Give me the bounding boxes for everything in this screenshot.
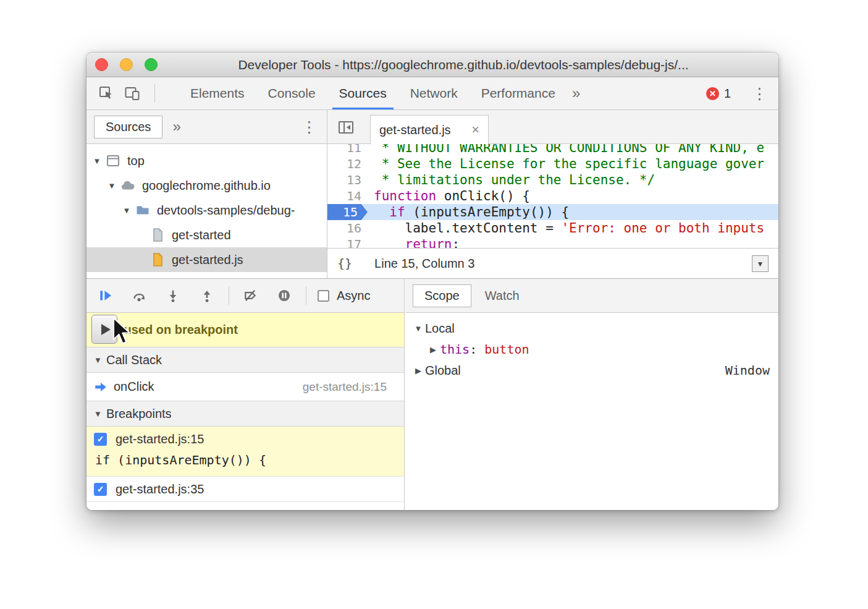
- breakpoint-location: get-started.js:35: [116, 482, 204, 496]
- async-checkbox[interactable]: [318, 290, 329, 302]
- triangle-down-icon[interactable]: ▼: [94, 356, 106, 365]
- step-over-icon[interactable]: [127, 283, 151, 308]
- panel-tabs: Elements Console Sources Network Perform…: [179, 77, 585, 109]
- tab-navigator-sources[interactable]: Sources: [94, 116, 162, 138]
- property-name: this: [440, 342, 470, 357]
- tree-item-label: googlechrome.github.io: [142, 179, 271, 193]
- deactivate-breakpoints-icon[interactable]: [238, 283, 263, 308]
- debugger-pane: Async Paused on breakpoint ▼ Call Stack …: [86, 279, 405, 510]
- tree-item-file-selected[interactable]: get-started.js: [86, 247, 327, 272]
- step-out-icon[interactable]: [195, 283, 219, 308]
- editor-statusbar: {} Line 15, Column 3 ▼: [327, 248, 778, 278]
- line-number[interactable]: 12: [327, 156, 361, 171]
- scope-property-this[interactable]: ▶ this: button: [405, 339, 778, 360]
- navigator-menu-icon[interactable]: ⋮: [299, 118, 319, 136]
- line-number[interactable]: 17: [327, 237, 361, 248]
- hide-navigator-icon[interactable]: [336, 117, 356, 137]
- device-toolbar-icon[interactable]: [121, 82, 143, 104]
- property-value: button: [484, 342, 529, 357]
- editor-tabbar: get-started.js ×: [327, 110, 778, 144]
- tab-sources[interactable]: Sources: [327, 77, 398, 109]
- cloud-icon: [119, 179, 137, 192]
- breakpoint-entry[interactable]: ✓ get-started.js:15 if (inputsAreEmpty()…: [86, 427, 404, 477]
- navigator-more-tabs-icon[interactable]: »: [167, 118, 185, 135]
- cursor-position: Line 15, Column 3: [374, 257, 474, 271]
- tab-console[interactable]: Console: [256, 77, 327, 109]
- triangle-down-icon[interactable]: ▼: [411, 324, 425, 333]
- triangle-right-icon[interactable]: ▶: [426, 345, 440, 354]
- tree-item-label: top: [127, 154, 145, 168]
- editor-tab-get-started-js[interactable]: get-started.js ×: [370, 115, 489, 144]
- navigator-pane: Sources » ⋮ ▼ top ▼ googlechrome.github.…: [86, 110, 327, 278]
- zoom-window-button[interactable]: [145, 58, 158, 71]
- close-icon[interactable]: ×: [471, 122, 479, 138]
- code-line: 11 * WITHOUT WARRANTIES OR CONDITIONS OF…: [327, 144, 778, 156]
- folder-icon: [133, 204, 152, 216]
- line-number[interactable]: 14: [327, 189, 361, 203]
- call-stack-header[interactable]: ▼ Call Stack: [86, 347, 404, 373]
- tree-item-label: get-started: [172, 228, 231, 242]
- execution-line: 15 if (inputsAreEmpty()) {: [327, 204, 778, 220]
- pretty-print-icon[interactable]: {}: [337, 256, 352, 271]
- tree-item-top[interactable]: ▼ top: [86, 148, 327, 173]
- file-icon: [148, 228, 167, 242]
- breakpoint-flag[interactable]: 15: [327, 204, 368, 220]
- tree-item-label: devtools-samples/debug-: [157, 203, 295, 218]
- scope-section-label: Global: [425, 364, 461, 378]
- tab-elements[interactable]: Elements: [179, 77, 256, 109]
- call-stack-title: Call Stack: [106, 353, 162, 367]
- line-number[interactable]: 13: [327, 172, 361, 187]
- code-line: 12 * See the License for the specific la…: [327, 156, 778, 172]
- breakpoint-checkbox[interactable]: ✓: [94, 433, 107, 446]
- breakpoint-entry[interactable]: ✓ get-started.js:35: [86, 477, 404, 502]
- debugger-toolbar: Async: [86, 279, 404, 313]
- tree-item-file[interactable]: get-started: [86, 223, 327, 247]
- tab-performance[interactable]: Performance: [470, 77, 567, 109]
- mouse-cursor: [112, 317, 130, 344]
- line-number[interactable]: 11: [327, 144, 361, 155]
- step-into-icon[interactable]: [161, 283, 185, 308]
- tree-item-label: get-started.js: [172, 253, 243, 267]
- call-stack-frame[interactable]: onClick get-started.js:15: [86, 373, 404, 401]
- breakpoints-header[interactable]: ▼ Breakpoints: [86, 401, 404, 427]
- triangle-right-icon[interactable]: ▶: [411, 366, 425, 375]
- tree-item-folder[interactable]: ▼ devtools-samples/debug-: [86, 198, 327, 223]
- titlebar: Developer Tools - https://googlechrome.g…: [86, 53, 778, 77]
- dropdown-icon[interactable]: ▼: [752, 255, 769, 272]
- triangle-down-icon[interactable]: ▼: [120, 206, 133, 215]
- devtools-window: Developer Tools - https://googlechrome.g…: [86, 53, 778, 510]
- tab-network[interactable]: Network: [398, 77, 470, 109]
- main-menu-icon[interactable]: ⋮: [749, 85, 770, 103]
- tab-watch[interactable]: Watch: [485, 289, 520, 303]
- more-tabs-icon[interactable]: »: [567, 85, 585, 102]
- triangle-down-icon[interactable]: ▼: [90, 156, 104, 166]
- scope-tabbar: Scope Watch: [405, 279, 778, 313]
- error-badge[interactable]: ✕ 1: [706, 87, 731, 101]
- current-frame-icon: [94, 380, 107, 394]
- inspect-element-icon[interactable]: [95, 82, 117, 104]
- triangle-down-icon[interactable]: ▼: [105, 181, 119, 190]
- toolbar-divider: [229, 286, 229, 305]
- editor-pane: get-started.js × 11 * WITHOUT WARRANTIES…: [327, 110, 778, 278]
- triangle-down-icon[interactable]: ▼: [94, 409, 106, 419]
- resume-script-icon[interactable]: [93, 283, 117, 308]
- tree-item-domain[interactable]: ▼ googlechrome.github.io: [86, 173, 327, 198]
- breakpoint-location: get-started.js:15: [116, 432, 204, 446]
- breakpoint-snippet: if (inputsAreEmpty()) {: [86, 451, 404, 476]
- error-count: 1: [724, 87, 731, 101]
- code-line: 14 function onClick() {: [327, 188, 778, 204]
- scope-section-value: Window: [725, 363, 770, 378]
- tab-scope[interactable]: Scope: [413, 284, 471, 307]
- scope-section-local[interactable]: ▼ Local: [405, 318, 778, 339]
- code-line: 17 return;: [327, 236, 778, 248]
- breakpoint-checkbox[interactable]: ✓: [94, 483, 107, 496]
- close-window-button[interactable]: [95, 58, 108, 71]
- pause-on-exceptions-icon[interactable]: [272, 283, 297, 308]
- scope-section-global[interactable]: ▶ Global Window: [405, 360, 778, 381]
- code-editor[interactable]: 11 * WITHOUT WARRANTIES OR CONDITIONS OF…: [327, 144, 778, 248]
- file-tree: ▼ top ▼ googlechrome.github.io ▼ devtool…: [86, 144, 327, 272]
- paused-banner: Paused on breakpoint: [86, 313, 404, 347]
- scope-section-label: Local: [425, 322, 455, 336]
- minimize-window-button[interactable]: [120, 58, 133, 71]
- line-number[interactable]: 16: [327, 221, 361, 236]
